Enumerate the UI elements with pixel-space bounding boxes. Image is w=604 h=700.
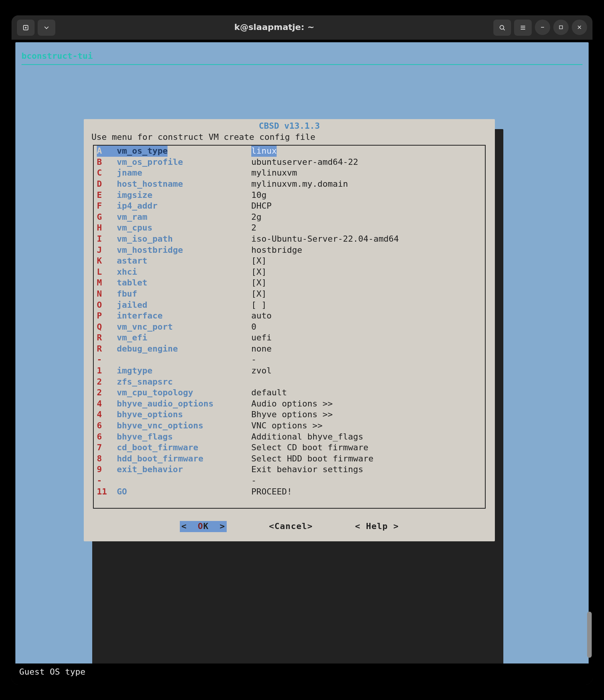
config-row-hdd_boot_firmware[interactable]: 8hdd_boot_firmwareSelect HDD boot firmwa…: [94, 453, 485, 464]
row-value: 2g: [251, 212, 482, 223]
row-value: ubuntuserver-amd64-22: [251, 157, 482, 168]
row-value: mylinuxvm.my.domain: [251, 179, 482, 190]
row-field: tablet: [117, 277, 251, 289]
row-field: xhci: [117, 267, 251, 278]
svg-rect-9: [559, 26, 563, 29]
row-key: N: [97, 289, 117, 300]
row-value: none: [251, 343, 482, 355]
config-row-vm_os_type[interactable]: Avm_os_typelinux: [94, 146, 485, 157]
row-value: -: [251, 475, 482, 486]
config-row-bhyve_vnc_options[interactable]: 6bhyve_vnc_optionsVNC options >>: [94, 420, 485, 431]
row-key: E: [97, 190, 117, 201]
row-value: zvol: [251, 365, 482, 377]
row-field: host_hostname: [117, 179, 251, 190]
config-row-xhci[interactable]: Lxhci[X]: [94, 267, 485, 278]
search-button[interactable]: [493, 20, 511, 36]
row-value: 2: [251, 222, 482, 234]
config-dialog: CBSD v13.1.3 Use menu for construct VM c…: [84, 119, 495, 541]
row-key: -: [97, 475, 117, 486]
config-row-bhyve_audio_options[interactable]: 4bhyve_audio_optionsAudio options >>: [94, 398, 485, 410]
config-row-interface[interactable]: Pinterfaceauto: [94, 310, 485, 322]
config-row-vm_iso_path[interactable]: Ivm_iso_pathiso-Ubuntu-Server-22.04-amd6…: [94, 234, 485, 245]
config-row-ip4_addr[interactable]: Fip4_addrDHCP: [94, 201, 485, 212]
terminal-window: k@slaapmatje: ~ bconstruct-tui: [12, 15, 592, 685]
config-row-sep-19[interactable]: --: [94, 354, 485, 365]
config-row-debug_engine[interactable]: Rdebug_enginenone: [94, 343, 485, 355]
config-row-imgsize[interactable]: Eimgsize10g: [94, 190, 485, 201]
row-field: zfs_snapsrc: [117, 377, 251, 388]
config-row-bhyve_flags[interactable]: 6bhyve_flagsAdditional bhyve_flags: [94, 431, 485, 443]
dialog-button-row: < OK > <Cancel> < Help >: [84, 509, 495, 536]
row-value: Select CD boot firmware: [251, 442, 482, 453]
config-row-vm_cpu_topology[interactable]: 2vm_cpu_topologydefault: [94, 387, 485, 398]
row-key: I: [97, 234, 117, 245]
row-value: Exit behavior settings: [251, 464, 482, 475]
config-row-vm_cpus[interactable]: Hvm_cpus2: [94, 222, 485, 234]
dialog-subtitle: Use menu for construct VM create config …: [84, 132, 495, 145]
row-field: [117, 475, 251, 486]
config-row-host_hostname[interactable]: Dhost_hostnamemylinuxvm.my.domain: [94, 179, 485, 190]
row-key: 6: [97, 420, 117, 431]
row-value: mylinuxvm: [251, 168, 482, 179]
row-key: -: [97, 354, 117, 365]
row-field: bhyve_options: [117, 409, 251, 420]
row-value: default: [251, 387, 482, 398]
row-value: Additional bhyve_flags: [251, 431, 482, 443]
row-field: bhyve_audio_options: [117, 398, 251, 410]
row-key: R: [97, 343, 117, 355]
config-row-exit_behavior[interactable]: 9exit_behaviorExit behavior settings: [94, 464, 485, 475]
row-key: 2: [97, 377, 117, 388]
tool-title: bconstruct-tui: [21, 49, 583, 64]
close-icon: [576, 24, 582, 30]
help-button[interactable]: < Help >: [355, 521, 399, 532]
new-tab-button[interactable]: [17, 20, 35, 36]
config-row-vm_vnc_port[interactable]: Qvm_vnc_port0: [94, 322, 485, 333]
tab-dropdown-button[interactable]: [38, 20, 55, 36]
config-row-bhyve_options[interactable]: 4bhyve_optionsBhyve options >>: [94, 409, 485, 420]
config-row-vm_os_profile[interactable]: Bvm_os_profileubuntuserver-amd64-22: [94, 157, 485, 168]
maximize-button[interactable]: [553, 20, 569, 35]
config-row-tablet[interactable]: Mtablet[X]: [94, 277, 485, 289]
row-value: [X]: [251, 277, 482, 289]
row-key: A: [97, 146, 117, 157]
row-value: VNC options >>: [251, 420, 482, 431]
row-value: 0: [251, 322, 482, 333]
row-key: 7: [97, 442, 117, 453]
row-key: G: [97, 212, 117, 223]
config-row-fbuf[interactable]: Nfbuf[X]: [94, 289, 485, 300]
row-value: Select HDD boot firmware: [251, 453, 482, 464]
config-row-GO[interactable]: 11GOPROCEED!: [94, 486, 485, 498]
config-row-vm_hostbridge[interactable]: Jvm_hostbridgehostbridge: [94, 245, 485, 256]
cancel-button[interactable]: <Cancel>: [269, 521, 313, 532]
row-value: [X]: [251, 255, 482, 267]
svg-line-4: [503, 28, 505, 30]
row-field: debug_engine: [117, 343, 251, 355]
row-field: exit_behavior: [117, 464, 251, 475]
minimize-button[interactable]: [535, 20, 550, 35]
scrollbar-thumb[interactable]: [587, 612, 592, 658]
row-field: bhyve_vnc_options: [117, 420, 251, 431]
row-value: [X]: [251, 289, 482, 300]
row-field: bhyve_flags: [117, 431, 251, 443]
row-field: astart: [117, 255, 251, 267]
config-row-imgtype[interactable]: 1imgtypezvol: [94, 365, 485, 377]
row-value: hostbridge: [251, 245, 482, 256]
close-button[interactable]: [572, 20, 587, 35]
row-value: [ ]: [251, 300, 482, 311]
config-row-jailed[interactable]: Ojailed[ ]: [94, 300, 485, 311]
config-row-sep-30[interactable]: --: [94, 475, 485, 486]
row-value: PROCEED!: [251, 486, 482, 498]
row-value: Audio options >>: [251, 398, 482, 410]
config-row-vm_ram[interactable]: Gvm_ram2g: [94, 212, 485, 223]
row-key: 11: [97, 486, 117, 498]
config-row-cd_boot_firmware[interactable]: 7cd_boot_firmwareSelect CD boot firmware: [94, 442, 485, 453]
config-row-zfs_snapsrc[interactable]: 2zfs_snapsrc: [94, 377, 485, 388]
row-field: jailed: [117, 300, 251, 311]
config-row-vm_efi[interactable]: Rvm_efiuefi: [94, 332, 485, 343]
config-row-jname[interactable]: Cjnamemylinuxvm: [94, 168, 485, 179]
config-row-astart[interactable]: Kastart[X]: [94, 255, 485, 267]
row-field: vm_ram: [117, 212, 251, 223]
row-key: 1: [97, 365, 117, 377]
ok-button[interactable]: < OK >: [180, 521, 227, 532]
hamburger-menu-button[interactable]: [514, 20, 532, 36]
